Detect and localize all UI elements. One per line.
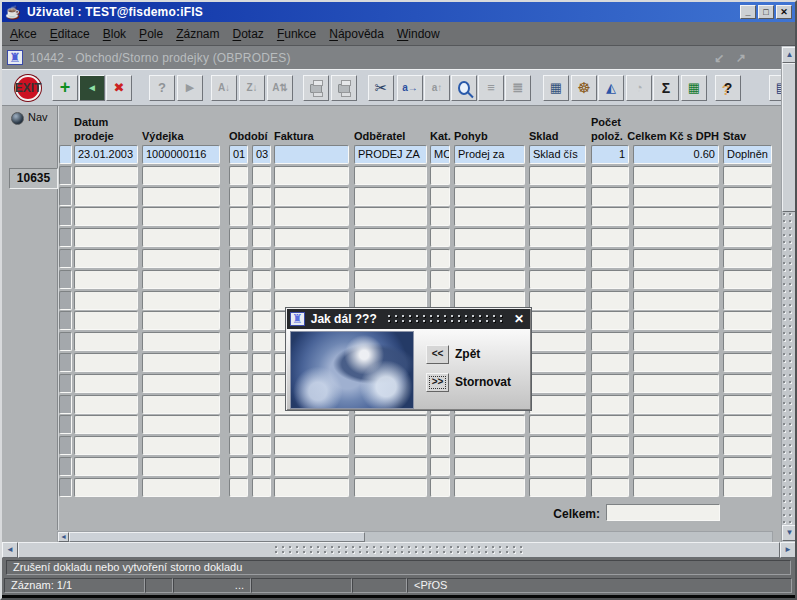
cell-pocet[interactable] bbox=[591, 311, 629, 330]
cell-obdobi2[interactable] bbox=[252, 415, 271, 434]
vscroll-thumb[interactable] bbox=[782, 63, 797, 212]
cell-kat[interactable]: MC bbox=[430, 145, 450, 164]
cell-pohyb[interactable] bbox=[454, 457, 525, 476]
cell-sklad[interactable] bbox=[529, 457, 586, 476]
hscroll-thumb[interactable] bbox=[18, 542, 780, 558]
cell-vydejka[interactable] bbox=[142, 374, 220, 393]
cell-stav[interactable] bbox=[723, 166, 772, 185]
cell-stav[interactable] bbox=[723, 311, 772, 330]
cell-pocet[interactable] bbox=[591, 415, 629, 434]
record-indicator[interactable] bbox=[59, 291, 72, 310]
cell-sklad[interactable] bbox=[529, 166, 586, 185]
cell-stav[interactable] bbox=[723, 353, 772, 372]
insert-record-icon[interactable]: + bbox=[52, 75, 78, 101]
cell-obdobi1[interactable] bbox=[229, 478, 248, 497]
cell-stav[interactable] bbox=[723, 332, 772, 351]
cell-datum[interactable] bbox=[74, 395, 138, 414]
cell-celkem[interactable] bbox=[633, 395, 719, 414]
cell-stav[interactable] bbox=[723, 374, 772, 393]
record-indicator[interactable] bbox=[59, 249, 72, 268]
document-overview-icon[interactable]: ▦ bbox=[543, 75, 569, 101]
cell-pohyb[interactable] bbox=[454, 270, 525, 289]
menu-item-window[interactable]: Window bbox=[397, 27, 440, 41]
cell-odberatel[interactable] bbox=[354, 249, 427, 268]
cell-obdobi2[interactable] bbox=[252, 311, 271, 330]
cell-odberatel[interactable] bbox=[354, 457, 427, 476]
cell-celkem[interactable] bbox=[633, 270, 719, 289]
vscroll-down-icon[interactable]: ▼ bbox=[782, 525, 797, 541]
cell-pocet[interactable] bbox=[591, 207, 629, 226]
cell-celkem[interactable] bbox=[633, 332, 719, 351]
cell-obdobi1[interactable] bbox=[229, 415, 248, 434]
sum-icon[interactable]: Σ bbox=[653, 75, 679, 101]
cell-obdobi1[interactable] bbox=[229, 291, 248, 310]
record-indicator[interactable] bbox=[59, 457, 72, 476]
cell-vydejka[interactable] bbox=[142, 249, 220, 268]
cell-vydejka[interactable] bbox=[142, 228, 220, 247]
cell-vydejka[interactable] bbox=[142, 166, 220, 185]
cell-vydejka[interactable] bbox=[142, 395, 220, 414]
cell-vydejka[interactable] bbox=[142, 415, 220, 434]
form-expand-icon[interactable]: ↗ bbox=[736, 51, 746, 65]
cell-datum[interactable] bbox=[74, 166, 138, 185]
cell-obdobi1[interactable] bbox=[229, 249, 248, 268]
cell-kat[interactable] bbox=[430, 270, 450, 289]
cell-sklad[interactable] bbox=[529, 374, 586, 393]
cell-datum[interactable] bbox=[74, 436, 138, 455]
hscroll-left-icon[interactable]: ◄ bbox=[2, 542, 18, 558]
copy-field-icon[interactable]: a→ bbox=[397, 75, 423, 101]
cell-sklad[interactable] bbox=[529, 187, 586, 206]
cell-obdobi1[interactable] bbox=[229, 207, 248, 226]
cell-celkem[interactable] bbox=[633, 415, 719, 434]
cell-stav[interactable] bbox=[723, 478, 772, 497]
cell-vydejka[interactable] bbox=[142, 207, 220, 226]
cell-sklad[interactable] bbox=[529, 291, 586, 310]
prism-icon[interactable]: ◭ bbox=[598, 75, 624, 101]
cell-vydejka[interactable] bbox=[142, 353, 220, 372]
menu-item-funkce[interactable]: Funkce bbox=[277, 27, 316, 41]
cell-faktura[interactable] bbox=[274, 270, 349, 289]
cell-obdobi2[interactable]: 03 bbox=[252, 145, 271, 164]
cell-sklad[interactable] bbox=[529, 228, 586, 247]
window-icon[interactable]: ▤ bbox=[769, 75, 781, 101]
help-icon[interactable]: ? bbox=[715, 75, 741, 101]
cell-odberatel[interactable] bbox=[354, 478, 427, 497]
cell-pocet[interactable] bbox=[591, 478, 629, 497]
exit-icon[interactable]: EXIT bbox=[15, 75, 41, 101]
cell-pocet[interactable] bbox=[591, 332, 629, 351]
cell-datum[interactable] bbox=[74, 249, 138, 268]
cell-vydejka[interactable] bbox=[142, 291, 220, 310]
cell-kat[interactable] bbox=[430, 436, 450, 455]
inner-hscroll-thumb[interactable] bbox=[69, 532, 365, 542]
cell-faktura[interactable] bbox=[274, 207, 349, 226]
cell-odberatel[interactable] bbox=[354, 436, 427, 455]
cell-obdobi1[interactable] bbox=[229, 270, 248, 289]
cell-datum[interactable] bbox=[74, 311, 138, 330]
cell-stav[interactable] bbox=[723, 395, 772, 414]
menu-item-dotaz[interactable]: Dotaz bbox=[233, 27, 264, 41]
cell-obdobi2[interactable] bbox=[252, 187, 271, 206]
cell-celkem[interactable] bbox=[633, 436, 719, 455]
cell-obdobi1[interactable] bbox=[229, 436, 248, 455]
record-indicator[interactable] bbox=[59, 332, 72, 351]
cell-stav[interactable] bbox=[723, 436, 772, 455]
cell-obdobi2[interactable] bbox=[252, 395, 271, 414]
cell-stav[interactable] bbox=[723, 291, 772, 310]
cell-datum[interactable] bbox=[74, 415, 138, 434]
cell-datum[interactable] bbox=[74, 374, 138, 393]
cell-sklad[interactable] bbox=[529, 353, 586, 372]
cell-odberatel[interactable] bbox=[354, 228, 427, 247]
cell-obdobi1[interactable]: 01 bbox=[229, 145, 248, 164]
cell-sklad[interactable] bbox=[529, 249, 586, 268]
cell-datum[interactable]: 23.01.2003 bbox=[74, 145, 138, 164]
cell-stav[interactable] bbox=[723, 249, 772, 268]
total-field[interactable] bbox=[606, 504, 720, 521]
cell-celkem[interactable] bbox=[633, 166, 719, 185]
cell-sklad[interactable]: Sklad čís bbox=[529, 145, 586, 164]
cell-vydejka[interactable] bbox=[142, 332, 220, 351]
record-indicator[interactable] bbox=[59, 187, 72, 206]
record-indicator[interactable] bbox=[59, 415, 72, 434]
cell-stav[interactable] bbox=[723, 415, 772, 434]
delete-record-icon[interactable]: ✖ bbox=[106, 75, 132, 101]
cell-stav[interactable] bbox=[723, 457, 772, 476]
